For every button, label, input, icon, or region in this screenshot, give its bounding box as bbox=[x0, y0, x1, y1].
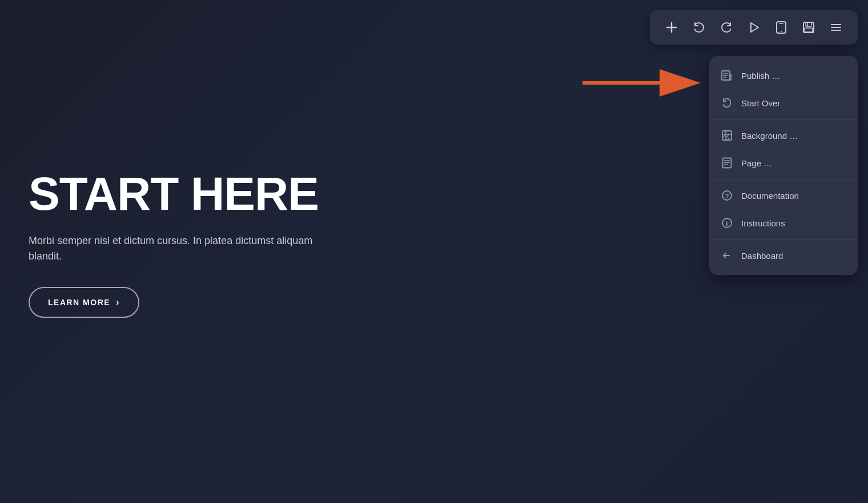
menu-section-publish: Publish … Start Over bbox=[709, 59, 858, 119]
menu-section-background: Background … Page … bbox=[709, 119, 858, 179]
page-icon bbox=[721, 157, 733, 169]
canvas-area: START HERE Morbi semper nisl et dictum c… bbox=[0, 0, 868, 503]
mobile-icon bbox=[776, 21, 786, 34]
menu-item-start-over[interactable]: Start Over bbox=[709, 89, 858, 117]
publish-icon bbox=[721, 69, 733, 82]
svg-rect-7 bbox=[806, 22, 811, 26]
save-icon bbox=[802, 21, 815, 34]
redo-button[interactable] bbox=[714, 15, 739, 40]
menu-item-instructions[interactable]: i Instructions bbox=[709, 209, 858, 237]
svg-line-22 bbox=[722, 134, 726, 138]
hero-title: START HERE bbox=[29, 170, 348, 217]
svg-rect-8 bbox=[805, 28, 813, 32]
menu-item-dashboard[interactable]: Dashboard bbox=[709, 242, 858, 269]
page-label: Page … bbox=[741, 158, 772, 168]
hamburger-menu-button[interactable] bbox=[823, 15, 849, 40]
learn-more-button[interactable]: LEARN MORE › bbox=[29, 287, 139, 318]
svg-line-23 bbox=[726, 134, 729, 138]
chevron-right-icon: › bbox=[116, 297, 120, 308]
menu-item-page[interactable]: Page … bbox=[709, 149, 858, 177]
instructions-label: Instructions bbox=[741, 218, 785, 228]
background-icon bbox=[721, 129, 733, 142]
plus-icon bbox=[665, 21, 678, 34]
dropdown-menu: Publish … Start Over bbox=[709, 56, 858, 275]
svg-line-24 bbox=[726, 138, 729, 141]
start-over-label: Start Over bbox=[741, 98, 780, 108]
svg-marker-2 bbox=[751, 23, 758, 32]
undo-icon bbox=[693, 21, 705, 34]
svg-rect-19 bbox=[722, 131, 732, 140]
learn-more-label: LEARN MORE bbox=[48, 298, 110, 307]
dashboard-icon bbox=[721, 249, 733, 262]
start-over-icon bbox=[721, 97, 733, 109]
svg-text:?: ? bbox=[725, 193, 729, 199]
menu-section-dashboard: Dashboard bbox=[709, 239, 858, 272]
publish-label: Publish … bbox=[741, 71, 780, 81]
documentation-icon: ? bbox=[721, 189, 733, 202]
menu-item-documentation[interactable]: ? Documentation bbox=[709, 182, 858, 209]
undo-button[interactable] bbox=[686, 15, 712, 40]
save-button[interactable] bbox=[796, 15, 821, 40]
svg-text:i: i bbox=[726, 219, 728, 227]
menu-item-publish[interactable]: Publish … bbox=[709, 62, 858, 89]
documentation-label: Documentation bbox=[741, 191, 799, 201]
menu-item-background[interactable]: Background … bbox=[709, 122, 858, 149]
annotation-arrow bbox=[577, 66, 702, 100]
hero-content: START HERE Morbi semper nisl et dictum c… bbox=[29, 170, 348, 318]
add-button[interactable] bbox=[659, 15, 684, 40]
arrow-annotation bbox=[577, 66, 702, 100]
redo-icon bbox=[720, 21, 733, 34]
svg-point-4 bbox=[781, 31, 782, 32]
hamburger-icon bbox=[830, 21, 842, 34]
menu-section-help: ? Documentation i Instructions bbox=[709, 179, 858, 239]
mobile-preview-button[interactable] bbox=[769, 15, 794, 40]
dashboard-label: Dashboard bbox=[741, 251, 783, 261]
preview-button[interactable] bbox=[741, 15, 766, 40]
toolbar bbox=[650, 10, 858, 45]
instructions-icon: i bbox=[721, 217, 733, 229]
play-icon bbox=[748, 21, 760, 34]
background-label: Background … bbox=[741, 131, 798, 141]
hero-subtitle: Morbi semper nisl et dictum cursus. In p… bbox=[29, 233, 348, 264]
